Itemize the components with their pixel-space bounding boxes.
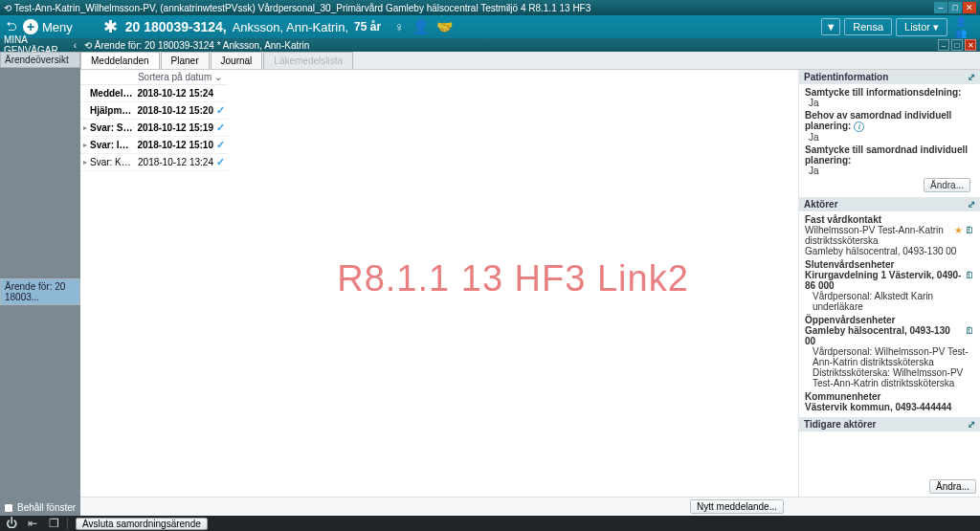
chevron-left-icon[interactable]: ‹ [74, 40, 77, 51]
calendar-icon[interactable]: 🗓 [965, 325, 974, 336]
tab-lakemedelslista: Läkemedelslista [263, 52, 353, 69]
clear-button[interactable]: Rensa [844, 18, 892, 35]
tab-bar: Meddelanden Planer Journal Läkemedelslis… [80, 52, 980, 70]
expand-arrow-icon[interactable]: ▸ [83, 158, 90, 166]
edit-aktorer-button[interactable]: Ändra... [929, 479, 976, 494]
info-icon[interactable]: i [854, 122, 864, 132]
check-icon: ✓ [216, 122, 225, 134]
check-icon: ✓ [216, 156, 225, 168]
top-toolbar: ⮌ + Meny ✱ 20 180039-3124, Anksson, Ann-… [0, 15, 980, 38]
message-list: Sortera på datum ⌄ Meddelande om ... 201… [80, 70, 228, 497]
content-footer: Nytt meddelande... [80, 497, 980, 516]
calendar-icon[interactable]: 🗓 [965, 270, 974, 280]
gender-female-icon: ♀ [394, 19, 405, 34]
power-icon[interactable]: ⏻ [4, 517, 19, 530]
bottom-toolbar: ⏻ ⇤ ❐ Avsluta samordningsärende [0, 516, 980, 531]
lists-dropdown[interactable]: Listor ▾ [896, 18, 947, 36]
subwin-max-icon[interactable]: □ [951, 39, 963, 51]
tab-meddelanden[interactable]: Meddelanden [80, 52, 160, 69]
sort-dropdown[interactable]: Sortera på datum ⌄ [80, 70, 228, 85]
expand-arrow-icon[interactable]: ▸ [83, 141, 90, 149]
left-sidebar: Ärendeöversikt Ärende för: 20 18003... B… [0, 52, 80, 516]
expand-icon[interactable]: ⤢ [968, 72, 975, 82]
tab-journal[interactable]: Journal [211, 52, 263, 69]
refresh-icon[interactable]: ⟲ [84, 40, 92, 51]
window-minimize-button[interactable]: – [934, 2, 947, 13]
message-row[interactable]: Hjälpmedel 2018-10-12 15:20 ✓ [80, 102, 228, 120]
keep-window-input[interactable] [4, 503, 13, 513]
sidebar-item-case[interactable]: Ärende för: 20 18003... [0, 278, 80, 305]
aktorer-body: Fast vårdkontakt Wilhelmsson-PV Test-Ann… [799, 211, 980, 417]
message-row[interactable]: Meddelande om ... 2018-10-12 15:24 ✓ [80, 85, 228, 102]
tab-planer[interactable]: Planer [161, 52, 210, 69]
aktorer-header: Aktörer ⤢ [799, 197, 980, 211]
nav-back-icon[interactable]: ⮌ [6, 20, 19, 33]
patient-name: Anksson, Ann-Katrin, [233, 20, 348, 34]
shortcuts-header: MINA GENVÄGAR ‹ [0, 38, 80, 52]
subwin-min-icon[interactable]: – [938, 39, 949, 51]
sidebar-item-overview[interactable]: Ärendeöversikt [0, 52, 80, 68]
window-titlebar: ⟲ Test-Ann-Katrin_Wilhelmsson-PV, (annka… [0, 0, 980, 15]
watermark-text: R8.1.1 13 HF3 Link2 [337, 258, 689, 299]
menu-label: Meny [42, 20, 73, 34]
star-icon[interactable]: ★ [954, 225, 963, 235]
calendar-icon[interactable]: 🗓 [965, 225, 974, 235]
right-panel: Patientinformation ⤢ Samtycke till infor… [798, 70, 980, 497]
case-title: Ärende för: 20 180039-3124 * Anksson, An… [95, 40, 310, 51]
new-message-button[interactable]: Nytt meddelande... [690, 499, 784, 514]
keep-window-checkbox[interactable]: Behåll fönster [0, 499, 80, 516]
patient-age: 75 år [354, 20, 381, 33]
expand-arrow-icon[interactable]: ▸ [83, 123, 90, 132]
window-icon[interactable]: ❐ [46, 517, 61, 530]
message-row[interactable]: ▸ Svar: Inskrivnings... 2018-10-12 15:10… [80, 137, 228, 154]
expand-icon[interactable]: ⤢ [968, 419, 975, 430]
edit-patientinfo-button[interactable]: Ändra... [924, 178, 970, 192]
end-case-button[interactable]: Avsluta samordningsärende [76, 518, 208, 530]
expand-icon[interactable]: ⤢ [968, 199, 975, 210]
menu-button[interactable]: + Meny [23, 19, 73, 34]
handshake-icon[interactable]: 🤝 [436, 19, 453, 34]
patientinfo-header: Patientinformation ⤢ [799, 70, 980, 84]
user-account-icon[interactable]: 👤 [955, 16, 974, 27]
message-row[interactable]: ▸ Svar: Status 2018-10-12 15:19 ✓ [80, 120, 228, 137]
window-close-button[interactable]: ✕ [963, 2, 976, 13]
refresh-icon[interactable]: ⟲ [4, 3, 11, 13]
asterisk-icon: ✱ [103, 16, 118, 37]
subwin-close-icon[interactable]: ✕ [965, 39, 976, 51]
message-row[interactable]: ▸ Svar: Kallelse till samor... 2018-10-1… [80, 154, 228, 171]
users-icon[interactable]: 👥 [955, 28, 974, 38]
content-canvas: R8.1.1 13 HF3 Link2 [228, 70, 798, 497]
content-area: Meddelanden Planer Journal Läkemedelslis… [80, 52, 980, 516]
patientinfo-body: Samtycke till informationsdelning: Ja Be… [799, 84, 980, 197]
plus-icon: + [23, 19, 38, 34]
window-title: Test-Ann-Katrin_Wilhelmsson-PV, (annkatr… [14, 3, 934, 13]
tidigare-aktorer-header[interactable]: Tidigare aktörer ⤢ [799, 417, 980, 431]
check-icon: ✓ [216, 139, 225, 151]
filter-icon[interactable]: ▼ [821, 18, 840, 35]
user-icon[interactable]: 👤 [412, 19, 429, 34]
check-icon: ✓ [216, 104, 225, 117]
sub-header-row: MINA GENVÄGAR ‹ ⟲ Ärende för: 20 180039-… [0, 38, 980, 52]
window-maximize-button[interactable]: □ [948, 2, 962, 13]
patient-id: 20 180039-3124, [125, 19, 227, 34]
case-header: ⟲ Ärende för: 20 180039-3124 * Anksson, … [80, 38, 980, 52]
logout-icon[interactable]: ⇤ [25, 517, 40, 530]
